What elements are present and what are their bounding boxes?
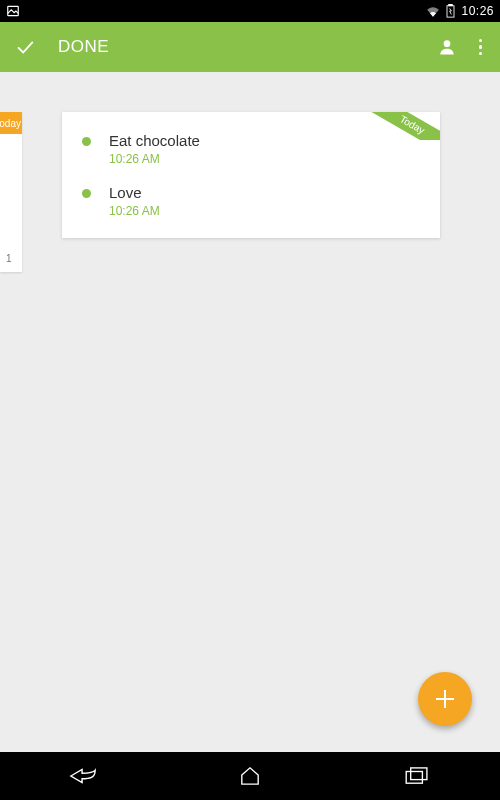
- task-title: Eat chocolate: [109, 132, 200, 149]
- status-bar: 10:26: [0, 0, 500, 22]
- svg-rect-4: [406, 772, 422, 784]
- side-tag: oday: [0, 112, 22, 134]
- side-drawer-peek[interactable]: oday 1: [0, 112, 22, 272]
- task-time: 10:26 AM: [109, 152, 200, 166]
- account-icon[interactable]: [437, 37, 457, 57]
- side-count: 1: [6, 253, 12, 264]
- done-check-icon[interactable]: [14, 36, 36, 58]
- wifi-icon: [426, 5, 440, 17]
- nav-bar: [0, 752, 500, 800]
- status-time: 10:26: [461, 4, 494, 18]
- content-area: oday 1 Today Eat chocolate 10:26 AM Love…: [0, 72, 500, 752]
- home-button[interactable]: [220, 761, 280, 791]
- svg-rect-2: [449, 4, 453, 6]
- task-card: Today Eat chocolate 10:26 AM Love 10:26 …: [62, 112, 440, 238]
- plus-icon: [436, 690, 454, 708]
- svg-rect-5: [410, 768, 426, 780]
- picture-icon: [6, 4, 20, 18]
- recents-button[interactable]: [387, 761, 447, 791]
- overflow-menu-icon[interactable]: [475, 35, 487, 60]
- appbar-title: DONE: [58, 37, 109, 57]
- bullet-icon: [82, 189, 91, 198]
- bullet-icon: [82, 137, 91, 146]
- app-bar: DONE: [0, 22, 500, 72]
- back-button[interactable]: [53, 761, 113, 791]
- task-time: 10:26 AM: [109, 204, 160, 218]
- battery-icon: [446, 4, 455, 18]
- add-fab[interactable]: [418, 672, 472, 726]
- svg-point-3: [443, 40, 450, 47]
- task-row[interactable]: Love 10:26 AM: [78, 178, 424, 230]
- task-title: Love: [109, 184, 160, 201]
- today-ribbon: Today: [368, 112, 440, 140]
